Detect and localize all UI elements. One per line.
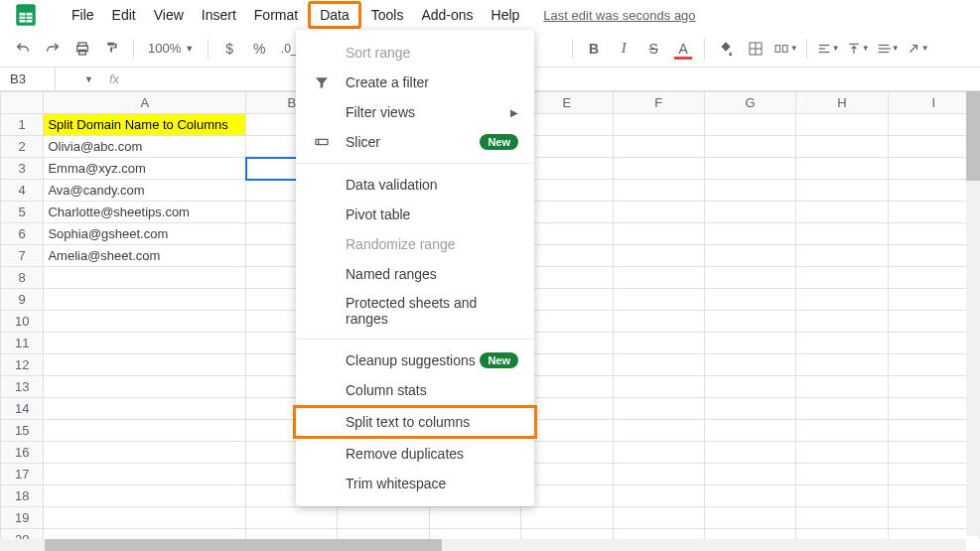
cell-F5[interactable] — [613, 202, 704, 223]
cell-F1[interactable] — [613, 114, 704, 136]
v-align-button[interactable]: ▼ — [845, 36, 871, 62]
cell-G12[interactable] — [704, 354, 795, 376]
row-header-10[interactable]: 10 — [1, 311, 44, 333]
cell-F18[interactable] — [613, 485, 704, 507]
cell-H4[interactable] — [796, 180, 888, 202]
cell-A5[interactable]: Charlotte@sheetips.com — [44, 202, 246, 223]
cell-A14[interactable] — [44, 398, 246, 420]
bold-button[interactable]: B — [581, 36, 607, 62]
cell-F12[interactable] — [613, 354, 704, 376]
menu-view[interactable]: View — [146, 3, 192, 27]
cell-F19[interactable] — [613, 507, 704, 529]
menu-item-column-stats[interactable]: Column stats — [296, 375, 534, 405]
zoom-dropdown[interactable]: 100%▼ — [142, 41, 200, 56]
cell-C20[interactable] — [338, 529, 429, 540]
italic-button[interactable]: I — [611, 36, 636, 62]
cell-E13[interactable] — [521, 376, 613, 398]
paint-format-button[interactable] — [99, 36, 125, 62]
undo-button[interactable] — [10, 36, 36, 62]
menu-insert[interactable]: Insert — [194, 3, 244, 27]
currency-button[interactable]: $ — [216, 36, 242, 62]
cell-A6[interactable]: Sophia@gsheet.com — [44, 223, 246, 245]
menu-item-cleanup-suggestions[interactable]: Cleanup suggestionsNew — [296, 345, 534, 375]
cell-A17[interactable] — [44, 464, 246, 485]
col-header-H[interactable]: H — [796, 92, 888, 114]
sheets-logo[interactable] — [8, 0, 44, 33]
cell-F10[interactable] — [613, 311, 704, 333]
cell-G5[interactable] — [704, 202, 795, 223]
cell-E9[interactable] — [521, 289, 613, 311]
cell-H8[interactable] — [796, 267, 888, 289]
cell-H14[interactable] — [796, 398, 888, 420]
menu-item-slicer[interactable]: SlicerNew — [296, 127, 534, 157]
cell-A10[interactable] — [44, 311, 246, 333]
percent-button[interactable]: % — [246, 36, 272, 62]
cell-G3[interactable] — [704, 158, 795, 180]
cell-E2[interactable] — [521, 136, 613, 158]
cell-G20[interactable] — [704, 529, 795, 540]
menu-add-ons[interactable]: Add-ons — [413, 3, 481, 27]
h-align-button[interactable]: ▼ — [815, 36, 841, 62]
wrap-button[interactable]: ▼ — [875, 36, 901, 62]
cell-H5[interactable] — [796, 202, 888, 223]
cell-G11[interactable] — [704, 333, 795, 354]
cell-G17[interactable] — [704, 464, 795, 485]
row-header-3[interactable]: 3 — [1, 158, 44, 180]
cell-H6[interactable] — [796, 223, 888, 245]
cell-E11[interactable] — [521, 333, 613, 354]
merge-button[interactable]: ▼ — [772, 36, 798, 62]
select-all[interactable] — [1, 92, 44, 114]
cell-F3[interactable] — [613, 158, 704, 180]
last-edit-link[interactable]: Last edit was seconds ago — [543, 8, 695, 23]
cell-B20[interactable] — [246, 529, 338, 540]
cell-E4[interactable] — [521, 180, 613, 202]
menu-item-pivot-table[interactable]: Pivot table — [296, 200, 534, 229]
menu-data[interactable]: Data — [308, 1, 361, 29]
menu-help[interactable]: Help — [484, 3, 528, 27]
cell-H13[interactable] — [796, 376, 888, 398]
text-color-button[interactable]: A — [670, 36, 696, 62]
cell-E6[interactable] — [521, 223, 613, 245]
borders-button[interactable] — [743, 36, 769, 62]
cell-G16[interactable] — [704, 442, 795, 464]
row-header-7[interactable]: 7 — [1, 245, 44, 267]
scrollbar-thumb[interactable] — [45, 539, 442, 551]
row-header-12[interactable]: 12 — [1, 354, 44, 376]
cell-H17[interactable] — [796, 464, 888, 485]
cell-E17[interactable] — [521, 464, 613, 485]
cell-G18[interactable] — [704, 485, 795, 507]
cell-G19[interactable] — [704, 507, 795, 529]
cell-H16[interactable] — [796, 442, 888, 464]
cell-E16[interactable] — [521, 442, 613, 464]
cell-E7[interactable] — [521, 245, 613, 267]
col-header-A[interactable]: A — [44, 92, 246, 114]
cell-G13[interactable] — [704, 376, 795, 398]
cell-A1[interactable]: Split Domain Name to Columns — [44, 114, 246, 136]
cell-A19[interactable] — [44, 507, 246, 529]
menu-item-data-validation[interactable]: Data validation — [296, 170, 534, 200]
cell-E5[interactable] — [521, 202, 613, 223]
row-header-16[interactable]: 16 — [1, 442, 44, 464]
cell-A12[interactable] — [44, 354, 246, 376]
cell-A15[interactable] — [44, 420, 246, 442]
cell-A9[interactable] — [44, 289, 246, 311]
cell-A2[interactable]: Olivia@abc.com — [44, 136, 246, 158]
cell-H1[interactable] — [796, 114, 888, 136]
row-header-20[interactable]: 20 — [1, 529, 44, 540]
menu-item-split-text-to-columns[interactable]: Split text to columns — [293, 405, 537, 439]
cell-F16[interactable] — [613, 442, 704, 464]
cell-H20[interactable] — [796, 529, 888, 540]
cell-H10[interactable] — [796, 311, 888, 333]
menu-file[interactable]: File — [64, 3, 102, 27]
cell-H2[interactable] — [796, 136, 888, 158]
cell-F20[interactable] — [613, 529, 704, 540]
col-header-E[interactable]: E — [521, 92, 613, 114]
menu-item-remove-duplicates[interactable]: Remove duplicates — [296, 439, 534, 469]
cell-H11[interactable] — [796, 333, 888, 354]
cell-G14[interactable] — [704, 398, 795, 420]
cell-H15[interactable] — [796, 420, 888, 442]
cell-H19[interactable] — [796, 507, 888, 529]
cell-F17[interactable] — [613, 464, 704, 485]
row-header-1[interactable]: 1 — [1, 114, 44, 136]
menu-item-create-a-filter[interactable]: Create a filter — [296, 68, 534, 97]
